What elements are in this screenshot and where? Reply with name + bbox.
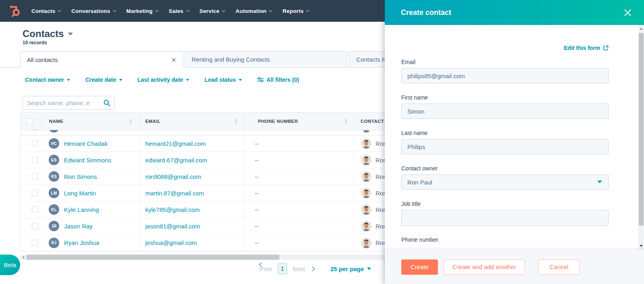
panel-scrollbar[interactable] (638, 25, 644, 250)
tab-label: Renting and Buying Contacts (192, 56, 270, 63)
owner-photo (361, 171, 372, 182)
nav-item-label: Sales (169, 8, 183, 14)
nav-item-conversations[interactable]: Conversations (71, 8, 115, 14)
table-row: LM Long Martin martin.87@gmail.com -- Ro… (21, 185, 426, 201)
panel-title: Create contact (401, 8, 451, 17)
create-button[interactable]: Create (401, 259, 438, 275)
row-avatar-initials: HC (51, 141, 57, 146)
row-checkbox[interactable] (32, 190, 38, 196)
per-page-select[interactable]: 25 per page (330, 265, 371, 272)
contact-name-link[interactable]: Edward Simmons (64, 157, 111, 164)
row-checkbox[interactable] (32, 140, 38, 147)
contacts-table: NAME EMAIL PHONE NUMBER CONTACT O (20, 112, 427, 251)
select-all-checkbox[interactable] (26, 118, 33, 124)
scroll-down-arrow-icon[interactable] (640, 245, 643, 247)
nav-item-automation[interactable]: Automation (235, 8, 271, 14)
column-header-name[interactable]: NAME (43, 113, 139, 130)
contact-name-link[interactable]: Ron Simons (64, 173, 97, 180)
contact-email-link[interactable]: jason81@gmail.com (145, 223, 200, 230)
last-name-field[interactable] (401, 139, 609, 154)
sort-icon[interactable] (234, 118, 237, 124)
row-avatar-initials: ES (51, 158, 57, 162)
page-title[interactable]: Contacts (23, 28, 73, 39)
sort-icon[interactable] (129, 118, 132, 124)
contact-name-link[interactable]: Ryan Joshua (64, 239, 99, 246)
email-field[interactable] (401, 68, 609, 83)
row-checkbox[interactable] (32, 223, 38, 229)
create-and-add-another-button[interactable]: Create and add another (444, 259, 525, 275)
tab-renting-buying-contacts[interactable]: Renting and Buying Contacts (185, 51, 347, 67)
table-row: RJ Ryan Joshua joshua@gmail.com -- Ron P (21, 234, 426, 251)
panel-scrollbar-thumb[interactable] (639, 33, 644, 226)
nav-item-marketing[interactable]: Marketing (126, 8, 158, 14)
owner-photo (361, 130, 372, 133)
contact-name-link[interactable]: Long Martin (64, 190, 96, 197)
edit-this-form-link[interactable]: Edit this form (564, 45, 609, 51)
hubspot-logo-icon[interactable] (8, 4, 22, 18)
chevron-down-icon (68, 33, 73, 35)
next-page-button[interactable]: Next (293, 265, 305, 272)
contact-owner-value[interactable] (401, 174, 609, 190)
owner-photo (361, 238, 372, 248)
filter-dropdowns: Contact ownerCreate dateLast activity da… (25, 77, 242, 83)
next-page-chevron-icon[interactable] (310, 266, 315, 272)
owner-photo (361, 204, 372, 215)
phone-number-label: Phone number (401, 236, 609, 243)
chevron-down-icon (239, 79, 242, 81)
cancel-button[interactable]: Cancel (538, 259, 580, 275)
close-panel-button[interactable] (624, 9, 631, 16)
filter-contact-owner[interactable]: Contact owner (25, 77, 70, 83)
page-title-text: Contacts (23, 28, 64, 39)
row-checkbox[interactable] (32, 130, 38, 131)
avatar: KL (49, 204, 59, 215)
contact-email-link[interactable]: hemant21@gmail.com (145, 140, 206, 147)
scroll-left-arrow-icon[interactable] (22, 256, 24, 259)
row-checkbox[interactable] (32, 157, 38, 163)
nav-item-reports[interactable]: Reports (283, 8, 308, 14)
avatar: HC (49, 138, 59, 149)
beta-label: Beta (4, 261, 17, 268)
column-header-phone[interactable]: PHONE NUMBER (244, 113, 355, 130)
contact-email-link[interactable]: edward.67@gmail.com (145, 157, 207, 164)
search-input[interactable] (27, 100, 103, 106)
all-filters-button[interactable]: All filters (0) (257, 77, 299, 83)
row-avatar-initials: RJ (51, 240, 57, 245)
contact-name-link[interactable]: Jason Ray (64, 223, 93, 230)
horizontal-scrollbar-thumb[interactable] (27, 255, 279, 260)
tab-contacts-re[interactable]: Contacts Re (349, 51, 385, 67)
chevron-down-icon (306, 8, 310, 12)
nav-item-contacts[interactable]: Contacts (31, 8, 60, 14)
tab-all-contacts[interactable]: All contacts ✕ (20, 51, 183, 68)
beta-badge[interactable]: Beta (0, 255, 20, 275)
contact-email-link[interactable]: kyle785@gmail.com (145, 206, 200, 213)
row-checkbox[interactable] (32, 173, 38, 180)
filter-create-date[interactable]: Create date (85, 77, 122, 83)
horizontal-scrollbar[interactable] (20, 255, 385, 260)
current-page-button[interactable]: 1 (278, 263, 287, 274)
column-header-email[interactable]: EMAIL (139, 113, 244, 130)
first-name-field[interactable] (401, 104, 609, 119)
contact-email-link[interactable]: ron9088@gmail.com (145, 173, 201, 180)
close-icon[interactable]: ✕ (171, 57, 176, 63)
table-row: KL Kyle Lanning kyle785@gmail.com -- Ron… (21, 201, 426, 218)
contact-email-link[interactable]: martin.87@gmail.com (145, 190, 204, 197)
row-checkbox[interactable] (32, 240, 38, 246)
filter-last-activity-date[interactable]: Last activity date (138, 77, 190, 83)
filter-lead-status[interactable]: Lead status (204, 77, 242, 83)
nav-item-sales[interactable]: Sales (169, 8, 188, 14)
contact-owner-select[interactable] (401, 172, 609, 190)
sort-icon[interactable] (344, 118, 348, 124)
search-icon[interactable] (103, 100, 110, 106)
contact-name-link[interactable]: Kyle Lanning (64, 206, 99, 213)
scroll-up-arrow-icon[interactable] (640, 28, 643, 30)
email-label: Email (401, 59, 609, 65)
contact-name-link[interactable]: Hemant Chadak (64, 140, 107, 147)
per-page-label: 25 per page (330, 265, 364, 272)
job-title-field[interactable] (401, 210, 609, 226)
nav-item-service[interactable]: Service (200, 8, 224, 14)
contact-owner-label: Contact owner (401, 165, 609, 172)
row-checkbox[interactable] (32, 206, 38, 213)
chevron-down-icon (222, 8, 225, 12)
table-row: ES Edward Simmons edward.67@gmail.com --… (21, 152, 426, 168)
contact-email-link[interactable]: joshua@gmail.com (145, 239, 197, 246)
